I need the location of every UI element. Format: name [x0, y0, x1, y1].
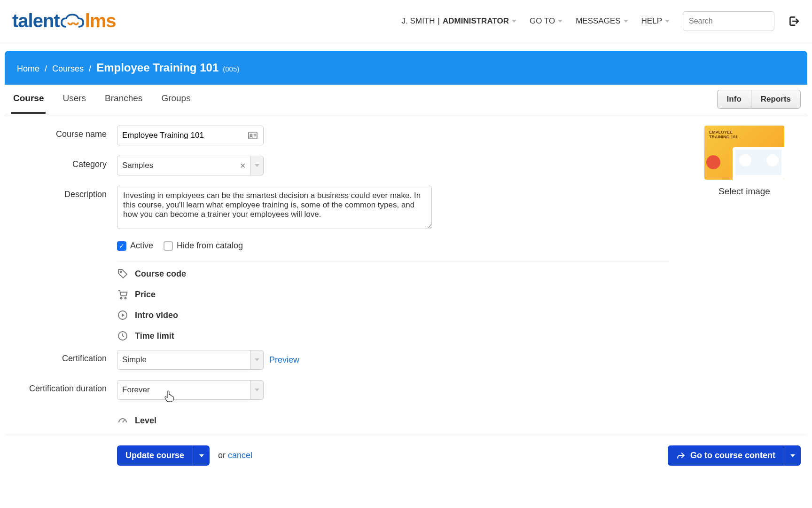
info-button[interactable]: Info [717, 90, 751, 109]
check-icon: ✓ [117, 241, 126, 251]
tab-groups[interactable]: Groups [159, 85, 192, 114]
course-name-label: Course name [11, 126, 117, 139]
chevron-down-icon [624, 20, 628, 23]
certification-select[interactable]: Simple [117, 350, 264, 370]
extra-level[interactable]: Level [117, 410, 669, 431]
tab-course[interactable]: Course [11, 85, 46, 114]
cart-icon [117, 289, 128, 300]
chevron-down-icon [665, 20, 670, 23]
extra-price[interactable]: Price [117, 284, 669, 305]
course-name-input[interactable] [122, 131, 247, 140]
tab-branches[interactable]: Branches [103, 85, 144, 114]
breadcrumb: Home / Courses / Employee Training 101 (… [5, 51, 807, 85]
logo[interactable]: talent lms [12, 10, 116, 32]
certification-value: Simple [122, 355, 147, 365]
cloud-icon [60, 10, 85, 32]
select-image-link[interactable]: Select image [688, 186, 801, 197]
extra-time-limit[interactable]: Time limit [117, 325, 669, 346]
help-menu[interactable]: HELP [641, 16, 670, 26]
search-input[interactable] [683, 11, 774, 31]
user-menu[interactable]: J. SMITH | ADMINISTRATOR [402, 16, 516, 26]
clock-icon [117, 330, 128, 341]
page-title: Employee Training 101 [96, 61, 219, 74]
extra-course-code[interactable]: Course code [117, 263, 669, 284]
play-circle-icon [117, 310, 128, 321]
tab-users[interactable]: Users [61, 85, 88, 114]
description-label: Description [11, 186, 117, 199]
messages-menu[interactable]: MESSAGES [576, 16, 628, 26]
goto-content-button[interactable]: Go to course content [668, 445, 801, 466]
active-checkbox[interactable]: ✓ Active [117, 241, 153, 251]
cancel-link[interactable]: cancel [228, 451, 252, 460]
chevron-down-icon [512, 20, 516, 23]
chevron-down-icon[interactable] [784, 445, 801, 466]
chevron-down-icon[interactable] [250, 380, 264, 400]
chevron-down-icon [558, 20, 562, 23]
id-card-icon[interactable] [247, 130, 258, 141]
category-label: Category [11, 156, 117, 169]
cert-duration-value: Forever [122, 385, 150, 395]
cert-duration-label: Certification duration [11, 380, 117, 394]
reports-button[interactable]: Reports [751, 90, 801, 109]
goto-menu[interactable]: GO TO [530, 16, 562, 26]
preview-link[interactable]: Preview [269, 355, 299, 365]
svg-point-1 [250, 134, 252, 136]
course-name-field[interactable] [117, 126, 264, 145]
category-value: Samples [122, 161, 153, 170]
course-thumbnail[interactable]: EMPLOYEE TRAINING 101 [704, 126, 784, 180]
description-textarea[interactable]: Investing in employees can be the smarte… [117, 186, 432, 229]
share-arrow-icon [676, 451, 686, 460]
clear-icon[interactable]: ✕ [240, 161, 246, 170]
cert-duration-select[interactable]: Forever [117, 380, 264, 400]
check-icon: ✓ [164, 241, 173, 251]
user-role: ADMINISTRATOR [443, 16, 509, 26]
chevron-down-icon[interactable] [193, 445, 210, 466]
user-name: J. SMITH [402, 16, 435, 26]
category-select[interactable]: Samples ✕ [117, 156, 264, 175]
breadcrumb-home[interactable]: Home [17, 64, 39, 73]
certification-label: Certification [11, 350, 117, 364]
update-course-button[interactable]: Update course [117, 445, 210, 466]
page-code: (005) [223, 65, 239, 73]
breadcrumb-courses[interactable]: Courses [52, 64, 84, 73]
thumbnail-title: EMPLOYEE TRAINING 101 [709, 130, 738, 140]
chevron-down-icon[interactable] [250, 350, 264, 370]
gauge-icon [117, 415, 128, 426]
tag-icon [117, 268, 128, 279]
svg-point-2 [120, 271, 122, 273]
svg-point-4 [125, 297, 126, 299]
hide-checkbox[interactable]: ✓ Hide from catalog [164, 241, 243, 251]
chevron-down-icon[interactable] [250, 156, 264, 175]
extra-intro-video[interactable]: Intro video [117, 305, 669, 325]
svg-point-3 [120, 297, 122, 299]
logout-icon[interactable] [788, 15, 800, 27]
